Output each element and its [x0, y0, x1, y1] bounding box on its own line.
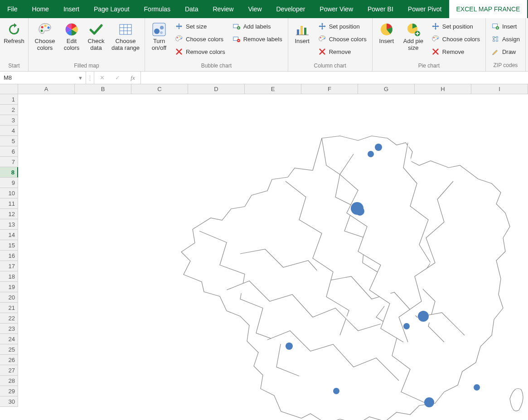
row-header-18[interactable]: 18: [0, 271, 18, 282]
edit-colors-button[interactable]: Edit colors: [60, 20, 83, 63]
map-bubble[interactable]: [333, 388, 339, 394]
group-stats-label: St: [526, 63, 528, 71]
set-size-button[interactable]: Set size: [172, 21, 228, 32]
tab-power-bi[interactable]: Power BI: [360, 0, 401, 18]
map-bubble[interactable]: [368, 151, 374, 157]
row-header-13[interactable]: 13: [0, 219, 18, 230]
row-header-2[interactable]: 2: [0, 105, 18, 115]
add-pie-size-button[interactable]: Add pie size: [400, 20, 427, 63]
france-map-chart[interactable]: [172, 127, 528, 420]
column-header-B[interactable]: B: [75, 84, 131, 94]
choose-colors-button[interactable]: Choose colors: [31, 20, 58, 63]
map-bubble[interactable]: [375, 144, 382, 151]
row-header-12[interactable]: 12: [0, 209, 18, 219]
zip-assign-button[interactable]: Assign: [489, 34, 523, 44]
fx-icon[interactable]: fx: [125, 72, 140, 84]
row-header-14[interactable]: 14: [0, 230, 18, 240]
row-header-11[interactable]: 11: [0, 198, 18, 209]
map-bubble[interactable]: [424, 397, 434, 407]
pie-remove-button[interactable]: Remove: [429, 46, 483, 57]
row-header-7[interactable]: 7: [0, 157, 18, 167]
cells-area[interactable]: [18, 94, 528, 420]
row-header-26[interactable]: 26: [0, 355, 18, 365]
column-header-H[interactable]: H: [415, 84, 471, 94]
row-header-17[interactable]: 17: [0, 261, 18, 271]
tab-page-layout[interactable]: Page Layout: [87, 0, 137, 18]
column-header-E[interactable]: E: [245, 84, 301, 94]
map-bubble[interactable]: [403, 323, 410, 329]
row-header-9[interactable]: 9: [0, 178, 18, 188]
row-header-10[interactable]: 10: [0, 188, 18, 198]
remove-colors-button[interactable]: Remove colors: [172, 46, 228, 57]
tab-home[interactable]: Home: [25, 0, 56, 18]
tab-developer[interactable]: Developer: [269, 0, 313, 18]
row-header-23[interactable]: 23: [0, 323, 18, 334]
tab-data[interactable]: Data: [178, 0, 206, 18]
column-header-G[interactable]: G: [358, 84, 415, 94]
label-remove-icon: [233, 35, 241, 43]
tab-formulas[interactable]: Formulas: [137, 0, 178, 18]
row-header-15[interactable]: 15: [0, 240, 18, 251]
bubble-choose-colors-button[interactable]: Choose colors: [172, 34, 228, 44]
row-header-22[interactable]: 22: [0, 313, 18, 323]
name-box[interactable]: M8 ▼: [0, 72, 86, 84]
check-data-button[interactable]: Check data: [85, 20, 107, 63]
row-header-25[interactable]: 25: [0, 344, 18, 355]
column-set-position-button[interactable]: Set position: [315, 21, 369, 32]
tab-insert[interactable]: Insert: [56, 0, 87, 18]
row-header-16[interactable]: 16: [0, 251, 18, 261]
column-remove-button[interactable]: Remove: [315, 46, 369, 57]
map-bubble[interactable]: [474, 384, 480, 391]
svg-rect-5: [120, 24, 131, 34]
column-header-C[interactable]: C: [131, 84, 188, 94]
row-header-28[interactable]: 28: [0, 376, 18, 386]
choose-data-range-button[interactable]: Choose data range: [109, 20, 142, 63]
row-header-4[interactable]: 4: [0, 126, 18, 136]
refresh-button[interactable]: Refresh: [3, 20, 25, 63]
group-start: Refresh Start: [0, 18, 29, 71]
turn-onoff-button[interactable]: Turn on/off: [148, 20, 170, 63]
pie-set-position-button[interactable]: Set position: [429, 21, 483, 32]
map-bubble[interactable]: [286, 343, 293, 350]
map-bubble[interactable]: [418, 311, 429, 322]
tab-file[interactable]: File: [0, 0, 25, 18]
formula-bar-expand[interactable]: ⋮: [86, 72, 94, 84]
row-header-3[interactable]: 3: [0, 115, 18, 126]
cancel-icon[interactable]: ✕: [94, 72, 110, 84]
column-header-I[interactable]: I: [471, 84, 528, 94]
formula-input[interactable]: [140, 72, 528, 84]
chevron-down-icon[interactable]: ▼: [78, 75, 83, 81]
row-header-20[interactable]: 20: [0, 292, 18, 303]
accept-icon[interactable]: ✓: [110, 72, 125, 84]
column-choose-colors-button[interactable]: Choose colors: [315, 34, 369, 44]
zip-insert-button[interactable]: Insert: [489, 21, 523, 32]
row-header-30[interactable]: 30: [0, 396, 18, 407]
zip-draw-button[interactable]: Draw: [489, 46, 523, 57]
row-header-19[interactable]: 19: [0, 282, 18, 292]
tab-power-pivot[interactable]: Power Pivot: [401, 0, 449, 18]
row-header-6[interactable]: 6: [0, 146, 18, 157]
map-bubble[interactable]: [355, 207, 364, 216]
row-header-5[interactable]: 5: [0, 136, 18, 146]
remove-labels-button[interactable]: Remove labels: [230, 34, 285, 44]
svg-point-12: [160, 26, 164, 29]
column-insert-button[interactable]: Insert: [291, 20, 314, 63]
row-header-8[interactable]: 8: [0, 167, 18, 178]
tab-view[interactable]: View: [241, 0, 269, 18]
spreadsheet-grid[interactable]: ABCDEFGHI 123456789101112131415161718192…: [0, 84, 528, 420]
add-labels-button[interactable]: Add labels: [230, 21, 285, 32]
select-all-corner[interactable]: [0, 84, 18, 94]
row-header-1[interactable]: 1: [0, 94, 18, 105]
column-header-A[interactable]: A: [18, 84, 75, 94]
tab-review[interactable]: Review: [206, 0, 241, 18]
pie-insert-button[interactable]: Insert: [375, 20, 398, 63]
row-header-27[interactable]: 27: [0, 365, 18, 376]
row-header-24[interactable]: 24: [0, 334, 18, 344]
column-header-D[interactable]: D: [188, 84, 245, 94]
row-header-29[interactable]: 29: [0, 386, 18, 396]
tab-excel-map-france[interactable]: EXCEL MAP FRANCE: [449, 0, 528, 18]
column-header-F[interactable]: F: [301, 84, 358, 94]
tab-power-view[interactable]: Power View: [312, 0, 360, 18]
row-header-21[interactable]: 21: [0, 303, 18, 313]
pie-choose-colors-button[interactable]: Choose colors: [429, 34, 483, 44]
